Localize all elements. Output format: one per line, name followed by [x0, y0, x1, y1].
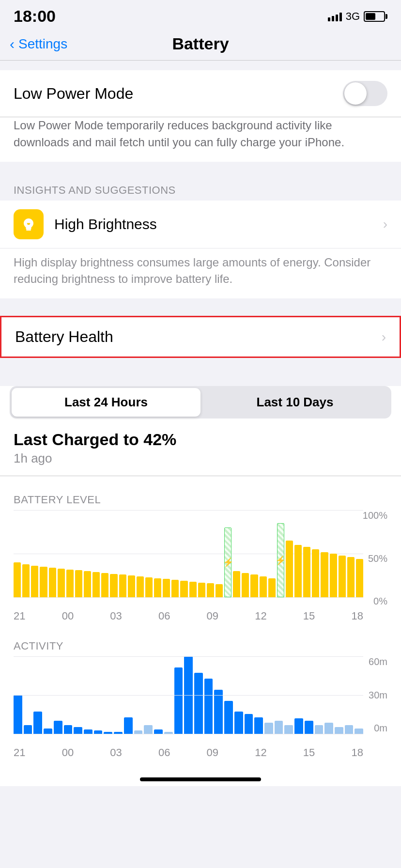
- activity-chart: ACTIVITY 60m 30m 0m 21 00 03 06 09: [0, 631, 401, 759]
- activity-bar-18: [194, 656, 203, 734]
- activity-bar-5: [64, 656, 73, 734]
- battery-bar-20: [189, 510, 197, 597]
- activity-bar-4: [54, 656, 62, 734]
- x-18: 18: [351, 610, 363, 622]
- battery-bar-26: [242, 510, 249, 597]
- time-btn-10d[interactable]: Last 10 Days: [200, 388, 389, 417]
- battery-bar-0: [14, 510, 21, 597]
- back-button[interactable]: ‹ Settings: [10, 36, 67, 52]
- act-y-0m: 0m: [369, 723, 387, 734]
- activity-bar-10: [114, 656, 123, 734]
- battery-bar-28: [260, 510, 267, 597]
- act-y-30m: 30m: [369, 690, 387, 701]
- activity-bar-32: [335, 656, 343, 734]
- activity-bar-7: [84, 656, 93, 734]
- activity-bar-13: [144, 656, 153, 734]
- battery-bar-21: [198, 510, 205, 597]
- activity-bar-8: [94, 656, 103, 734]
- activity-bar-3: [44, 656, 52, 734]
- battery-chart-label: BATTERY LEVEL: [14, 494, 387, 506]
- act-x-09: 09: [207, 746, 218, 759]
- act-x-06: 06: [158, 746, 170, 759]
- battery-bar-15: [145, 510, 153, 597]
- activity-bar-6: [74, 656, 82, 734]
- battery-bar-9: [93, 510, 100, 597]
- lightbulb-icon: [20, 216, 37, 233]
- battery-health-row[interactable]: Battery Health ›: [0, 316, 401, 358]
- battery-bar-27: [250, 510, 258, 597]
- gap4: [0, 358, 401, 375]
- battery-bar-30: ⚡: [277, 510, 284, 597]
- activity-bar-22: [234, 656, 243, 734]
- battery-bar-22: [207, 510, 214, 597]
- activity-bar-23: [245, 656, 253, 734]
- activity-bar-27: [284, 656, 293, 734]
- activity-bar-20: [214, 656, 223, 734]
- activity-bar-0: [14, 656, 22, 734]
- x-15: 15: [303, 610, 315, 622]
- battery-bar-7: [75, 510, 82, 597]
- activity-bar-28: [294, 656, 303, 734]
- x-06: 06: [158, 610, 170, 622]
- charge-divider: [0, 476, 401, 476]
- status-time: 18:00: [14, 7, 56, 26]
- activity-bar-1: [24, 656, 32, 734]
- battery-bar-8: [84, 510, 91, 597]
- gap3: [0, 298, 401, 316]
- battery-bar-12: [119, 510, 126, 597]
- battery-bar-38: [347, 510, 355, 597]
- battery-bar-35: [321, 510, 328, 597]
- battery-bars: ⚡⚡: [14, 510, 387, 597]
- network-label: 3G: [346, 10, 360, 23]
- activity-bar-11: [124, 656, 133, 734]
- battery-health-section: Battery Health ›: [0, 316, 401, 358]
- activity-bar-9: [104, 656, 112, 734]
- x-03: 03: [110, 610, 122, 622]
- battery-bar-10: [101, 510, 108, 597]
- battery-bar-5: [58, 510, 65, 597]
- battery-bar-33: [303, 510, 310, 597]
- low-power-toggle[interactable]: [343, 81, 387, 106]
- x-00: 00: [62, 610, 74, 622]
- activity-bar-25: [264, 656, 273, 734]
- charge-time-ago: 1h ago: [14, 451, 387, 466]
- battery-stats-section: Last 24 Hours Last 10 Days Last Charged …: [0, 386, 401, 769]
- charge-info: Last Charged to 42% 1h ago: [0, 418, 401, 469]
- activity-bar-24: [254, 656, 263, 734]
- activity-bar-19: [204, 656, 213, 734]
- battery-level-chart: BATTERY LEVEL 100% 50% 0% ⚡⚡ 21 00 03 06: [0, 485, 401, 622]
- activity-bars: [14, 656, 387, 734]
- act-x-00: 00: [62, 746, 74, 759]
- activity-x-axis: 21 00 03 06 09 12 15 18: [14, 744, 387, 759]
- battery-bar-34: [312, 510, 319, 597]
- time-btn-24h[interactable]: Last 24 Hours: [12, 388, 200, 417]
- activity-bar-30: [315, 656, 324, 734]
- battery-health-chevron-icon: ›: [382, 329, 386, 345]
- battery-bar-18: [171, 510, 179, 597]
- time-selector: Last 24 Hours Last 10 Days: [10, 386, 391, 418]
- activity-chart-label: ACTIVITY: [14, 640, 387, 652]
- battery-bar-24: ⚡: [224, 510, 231, 597]
- low-power-row: Low Power Mode: [0, 70, 401, 117]
- activity-bar-15: [164, 656, 173, 734]
- activity-bar-33: [345, 656, 354, 734]
- activity-y-labels: 60m 30m 0m: [369, 656, 387, 734]
- low-power-label: Low Power Mode: [14, 85, 133, 103]
- insight-brightness-row[interactable]: High Brightness ›: [0, 201, 401, 248]
- battery-bar-1: [22, 510, 30, 597]
- battery-chart-area: 100% 50% 0% ⚡⚡: [14, 510, 387, 607]
- activity-bar-2: [33, 656, 42, 734]
- status-icons: 3G: [328, 10, 387, 23]
- activity-bar-17: [184, 656, 193, 734]
- status-bar: 18:00 3G: [0, 0, 401, 30]
- battery-bar-19: [180, 510, 187, 597]
- battery-bar-32: [294, 510, 302, 597]
- y-label-100: 100%: [363, 510, 387, 521]
- insight-brightness-label: High Brightness: [54, 216, 383, 232]
- bottom-pad: [0, 759, 401, 769]
- battery-bar-36: [330, 510, 337, 597]
- battery-icon: [364, 11, 387, 22]
- y-label-0: 0%: [363, 596, 387, 607]
- battery-bar-4: [49, 510, 56, 597]
- back-label[interactable]: Settings: [18, 36, 67, 52]
